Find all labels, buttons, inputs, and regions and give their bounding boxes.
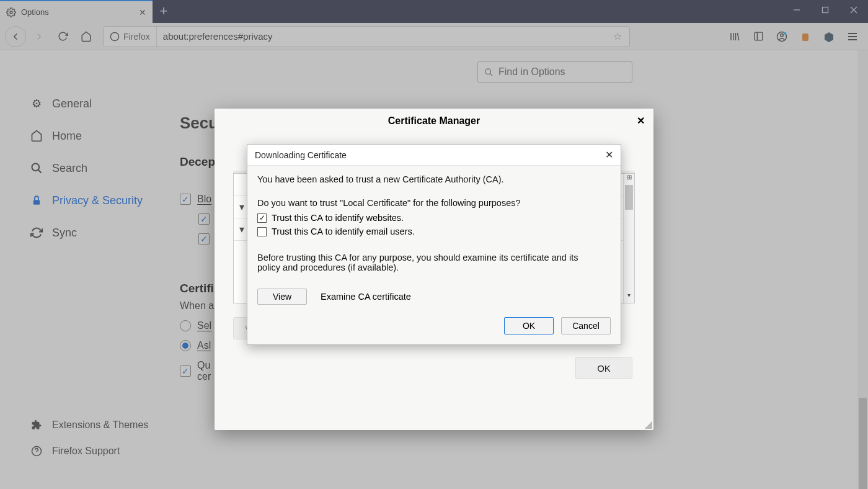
scroll-down-icon[interactable]: ▾	[624, 292, 634, 303]
certmgr-ok-button[interactable]: OK	[575, 357, 632, 379]
dlg-ok-button[interactable]: OK	[504, 317, 554, 334]
dlg-view-button[interactable]: View	[257, 289, 307, 305]
dlg-examine-label: Examine CA certificate	[321, 292, 411, 302]
dlg-close-icon[interactable]: ✕	[605, 149, 613, 161]
dlg-message-1: You have been asked to trust a new Certi…	[257, 174, 611, 184]
dlg-trust-email-row[interactable]: Trust this CA to identify email users.	[257, 227, 611, 236]
cert-list-scrollbar[interactable]: ⊞ ▴ ▾	[623, 174, 634, 303]
certmgr-close-icon[interactable]: ✕	[637, 115, 645, 127]
certmgr-title: Certificate Manager	[388, 115, 480, 127]
resize-grip-icon[interactable]	[645, 421, 652, 429]
scroll-head-icon[interactable]: ⊞	[624, 174, 634, 185]
dlg-explain: Before trusting this CA for any purpose,…	[257, 253, 592, 272]
dlg-title: Downloading Certificate	[255, 150, 605, 160]
dlg-trust-websites-row[interactable]: Trust this CA to identify websites.	[257, 213, 611, 223]
downloading-certificate-dialog: Downloading Certificate ✕ You have been …	[247, 144, 621, 345]
scrollbar-thumb[interactable]	[625, 185, 633, 210]
checkbox-trust-email[interactable]	[257, 227, 267, 236]
dlg-cancel-button[interactable]: Cancel	[561, 317, 611, 334]
dlg-message-2: Do you want to trust "Local Certificate"…	[257, 198, 611, 208]
checkbox-trust-websites[interactable]	[257, 213, 267, 223]
